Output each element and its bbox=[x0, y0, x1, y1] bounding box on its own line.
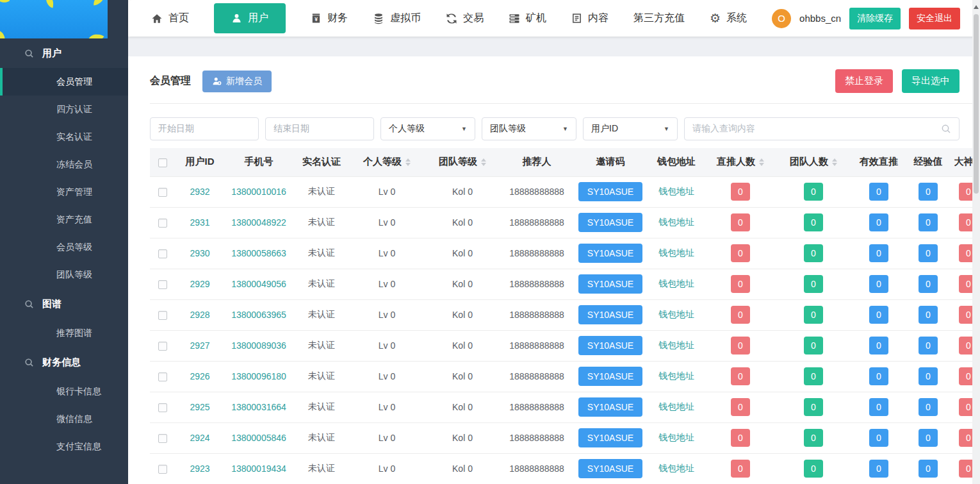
valid-direct-badge[interactable]: 0 bbox=[869, 306, 888, 324]
valid-direct-badge[interactable]: 0 bbox=[869, 183, 888, 201]
valid-direct-badge[interactable]: 0 bbox=[869, 398, 888, 416]
row-checkbox[interactable] bbox=[158, 465, 167, 474]
row-checkbox[interactable] bbox=[158, 219, 167, 228]
sidebar-item-bankcard-info[interactable]: 银行卡信息 bbox=[0, 378, 128, 405]
cell-phone[interactable]: 13800031664 bbox=[224, 392, 293, 422]
cell-user-id[interactable]: 2930 bbox=[176, 238, 224, 269]
cell-phone[interactable]: 13800089036 bbox=[224, 330, 293, 361]
cell-phone[interactable]: 13800048922 bbox=[224, 207, 293, 238]
exp-badge[interactable]: 0 bbox=[919, 244, 938, 262]
team-count-badge[interactable]: 0 bbox=[804, 398, 823, 416]
valid-direct-badge[interactable]: 0 bbox=[869, 460, 888, 478]
direct-count-badge[interactable]: 0 bbox=[731, 183, 750, 201]
cell-user-id[interactable]: 2927 bbox=[176, 330, 224, 361]
row-checkbox[interactable] bbox=[158, 280, 167, 289]
cell-user-id[interactable]: 2928 bbox=[176, 299, 224, 330]
wallet-address-link[interactable]: 钱包地址 bbox=[658, 432, 694, 442]
invite-code-button[interactable]: SY10ASUE bbox=[578, 274, 642, 294]
sidebar-item-member-management[interactable]: 会员管理 bbox=[0, 68, 128, 96]
team-count-badge[interactable]: 0 bbox=[804, 213, 823, 231]
end-date-input[interactable]: 结束日期 bbox=[265, 117, 374, 140]
row-checkbox[interactable] bbox=[158, 342, 167, 351]
wallet-address-link[interactable]: 钱包地址 bbox=[658, 217, 694, 227]
nav-item-finance[interactable]: ¥ 财务 bbox=[311, 12, 348, 25]
cell-user-id[interactable]: 2923 bbox=[176, 453, 224, 484]
wallet-address-link[interactable]: 钱包地址 bbox=[658, 278, 694, 288]
valid-direct-badge[interactable]: 0 bbox=[869, 429, 888, 447]
valid-direct-badge[interactable]: 0 bbox=[869, 244, 888, 262]
personal-level-select[interactable]: 个人等级 ▼ bbox=[380, 117, 475, 140]
row-checkbox[interactable] bbox=[158, 372, 167, 381]
cell-user-id[interactable]: 2929 bbox=[176, 269, 224, 299]
scrollbar-thumb[interactable] bbox=[974, 14, 979, 194]
invite-code-button[interactable]: SY10ASUE bbox=[578, 182, 642, 201]
add-member-button[interactable]: 新增会员 bbox=[202, 71, 272, 92]
direct-count-badge[interactable]: 0 bbox=[731, 337, 750, 355]
invite-code-button[interactable]: SY10ASUE bbox=[578, 305, 642, 324]
direct-count-badge[interactable]: 0 bbox=[731, 398, 750, 416]
invite-code-button[interactable]: SY10ASUE bbox=[578, 213, 642, 232]
exp-badge[interactable]: 0 bbox=[919, 306, 938, 324]
nav-item-trade[interactable]: 交易 bbox=[446, 12, 484, 25]
direct-count-badge[interactable]: 0 bbox=[731, 213, 750, 231]
nav-item-system[interactable]: ⚙ 系统 bbox=[710, 12, 747, 25]
cell-user-id[interactable]: 2924 bbox=[176, 422, 224, 453]
exp-badge[interactable]: 0 bbox=[919, 398, 938, 416]
row-checkbox[interactable] bbox=[158, 434, 167, 443]
invite-code-button[interactable]: SY10ASUE bbox=[578, 244, 642, 263]
row-checkbox[interactable] bbox=[158, 249, 167, 258]
team-count-badge[interactable]: 0 bbox=[804, 337, 823, 355]
valid-direct-badge[interactable]: 0 bbox=[869, 337, 888, 355]
invite-code-button[interactable]: SY10ASUE bbox=[578, 397, 642, 417]
exp-badge[interactable]: 0 bbox=[919, 275, 938, 293]
sidebar-item-asset-management[interactable]: 资产管理 bbox=[0, 178, 128, 206]
nav-item-virtual-coin[interactable]: 虚拟币 bbox=[373, 12, 421, 25]
col-team-level[interactable]: 团队等级 bbox=[424, 148, 501, 176]
col-personal-level[interactable]: 个人等级 bbox=[350, 148, 424, 176]
team-count-badge[interactable]: 0 bbox=[804, 183, 823, 201]
wallet-address-link[interactable]: 钱包地址 bbox=[658, 186, 694, 196]
clear-cache-button[interactable]: 清除缓存 bbox=[849, 8, 901, 29]
team-count-badge[interactable]: 0 bbox=[804, 367, 823, 385]
sort-icon[interactable] bbox=[481, 158, 486, 166]
cell-phone[interactable]: 13800005846 bbox=[224, 422, 293, 453]
sidebar-item-sifang-auth[interactable]: 四方认证 bbox=[0, 96, 128, 123]
sidebar-item-alipay-info[interactable]: 支付宝信息 bbox=[0, 433, 128, 460]
team-count-badge[interactable]: 0 bbox=[804, 460, 823, 478]
valid-direct-badge[interactable]: 0 bbox=[869, 275, 888, 293]
invite-code-button[interactable]: SY10ASUE bbox=[578, 367, 642, 386]
vertical-scrollbar[interactable] bbox=[972, 0, 980, 484]
sidebar-item-asset-recharge[interactable]: 资产充值 bbox=[0, 206, 128, 233]
nav-item-miner[interactable]: 矿机 bbox=[509, 12, 546, 25]
col-direct-count[interactable]: 直推人数 bbox=[705, 148, 776, 176]
invite-code-button[interactable]: SY10ASUE bbox=[578, 459, 642, 478]
wallet-address-link[interactable]: 钱包地址 bbox=[658, 401, 694, 412]
forbid-login-button[interactable]: 禁止登录 bbox=[835, 69, 893, 93]
exp-badge[interactable]: 0 bbox=[919, 367, 938, 385]
cell-user-id[interactable]: 2926 bbox=[176, 361, 224, 392]
nav-item-third-party-recharge[interactable]: 第三方充值 bbox=[633, 12, 685, 25]
row-checkbox[interactable] bbox=[158, 188, 167, 197]
start-date-input[interactable]: 开始日期 bbox=[150, 117, 259, 140]
logout-button[interactable]: 安全退出 bbox=[909, 8, 960, 29]
cell-phone[interactable]: 13800063965 bbox=[224, 299, 293, 330]
team-count-badge[interactable]: 0 bbox=[804, 306, 823, 324]
invite-code-button[interactable]: SY10ASUE bbox=[578, 428, 642, 447]
col-team-count[interactable]: 团队人数 bbox=[776, 148, 851, 176]
cell-phone[interactable]: 13800096180 bbox=[224, 361, 293, 392]
sort-icon[interactable] bbox=[405, 158, 411, 166]
sidebar-item-member-level[interactable]: 会员等级 bbox=[0, 233, 128, 261]
nav-item-home[interactable]: 首页 bbox=[151, 12, 189, 25]
sidebar-item-wechat-info[interactable]: 微信信息 bbox=[0, 405, 128, 433]
team-count-badge[interactable]: 0 bbox=[804, 429, 823, 447]
direct-count-badge[interactable]: 0 bbox=[731, 367, 750, 385]
direct-count-badge[interactable]: 0 bbox=[731, 306, 750, 324]
sidebar-item-realname-auth[interactable]: 实名认证 bbox=[0, 123, 128, 151]
sort-icon[interactable] bbox=[832, 158, 837, 166]
exp-badge[interactable]: 0 bbox=[919, 337, 938, 355]
cell-user-id[interactable]: 2932 bbox=[176, 176, 224, 207]
cell-user-id[interactable]: 2931 bbox=[176, 207, 224, 238]
sidebar-item-team-level[interactable]: 团队等级 bbox=[0, 261, 128, 288]
direct-count-badge[interactable]: 0 bbox=[731, 275, 750, 293]
search-icon[interactable] bbox=[941, 124, 951, 134]
